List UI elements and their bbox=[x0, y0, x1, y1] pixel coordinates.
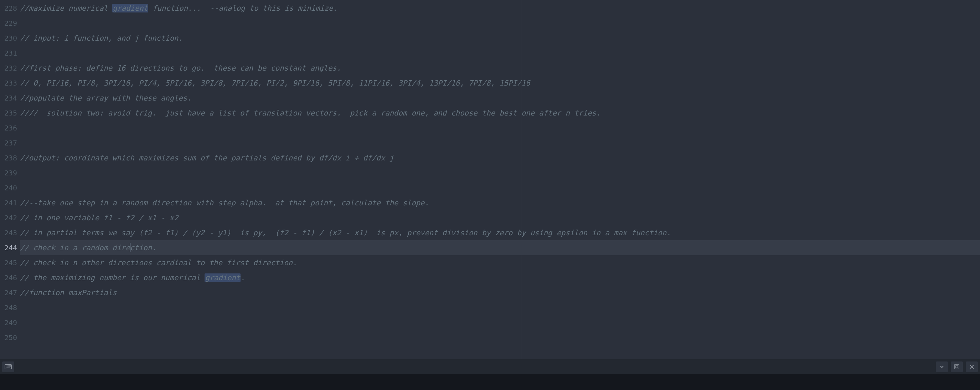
code-line[interactable] bbox=[20, 16, 980, 31]
line-number: 236 bbox=[0, 121, 17, 135]
code-line[interactable]: //function maxPartials bbox=[20, 285, 980, 300]
svg-rect-12 bbox=[955, 365, 959, 369]
line-number: 243 bbox=[0, 225, 17, 240]
keyboard-icon[interactable] bbox=[2, 361, 14, 372]
line-number: 237 bbox=[0, 135, 17, 150]
line-number: 239 bbox=[0, 166, 17, 180]
line-gutter: 2282292302312322332342352362372382392402… bbox=[0, 0, 17, 359]
line-number: 231 bbox=[0, 46, 17, 60]
code-line[interactable]: //populate the array with these angles. bbox=[20, 91, 980, 105]
line-number: 233 bbox=[0, 76, 17, 91]
code-line[interactable] bbox=[20, 46, 980, 60]
code-line[interactable] bbox=[20, 300, 980, 315]
code-line[interactable]: // the maximizing number is our numerica… bbox=[20, 270, 980, 285]
code-area[interactable]: //maximize numerical gradient function..… bbox=[20, 0, 980, 359]
code-line[interactable]: // input: i function, and j function. bbox=[20, 31, 980, 46]
terminal-output[interactable]: asset index.html 1.68 KiB [emitted] bbox=[0, 375, 980, 390]
line-number: 250 bbox=[0, 330, 17, 345]
code-line[interactable]: //first phase: define 16 directions to g… bbox=[20, 60, 980, 76]
line-number: 245 bbox=[0, 255, 17, 270]
code-line[interactable]: // in partial terms we say (f2 - f1) / (… bbox=[20, 225, 980, 240]
line-number: 232 bbox=[0, 60, 17, 76]
line-number: 249 bbox=[0, 315, 17, 330]
line-number: 244 bbox=[0, 240, 17, 255]
code-line[interactable] bbox=[20, 135, 980, 150]
line-number: 228 bbox=[0, 1, 17, 16]
line-number: 230 bbox=[0, 31, 17, 46]
code-line[interactable]: // check in n other directions cardinal … bbox=[20, 255, 980, 270]
line-number: 229 bbox=[0, 16, 17, 31]
line-number: 241 bbox=[0, 195, 17, 210]
line-number: 242 bbox=[0, 210, 17, 225]
code-line[interactable] bbox=[20, 180, 980, 195]
code-line[interactable]: //// solution two: avoid trig. just have… bbox=[20, 105, 980, 121]
close-icon[interactable] bbox=[966, 361, 978, 372]
panel-toolbar bbox=[0, 359, 980, 375]
line-number: 238 bbox=[0, 150, 17, 166]
chevron-down-icon[interactable] bbox=[936, 361, 948, 372]
maximize-icon[interactable] bbox=[951, 361, 963, 372]
svg-rect-13 bbox=[956, 366, 958, 368]
code-line[interactable] bbox=[20, 166, 980, 180]
line-number: 247 bbox=[0, 285, 17, 300]
line-number: 235 bbox=[0, 105, 17, 121]
text-cursor bbox=[130, 243, 130, 252]
line-number: 240 bbox=[0, 180, 17, 195]
code-line[interactable] bbox=[20, 330, 980, 345]
line-number: 246 bbox=[0, 270, 17, 285]
code-line[interactable]: //maximize numerical gradient function..… bbox=[20, 1, 980, 16]
code-line[interactable]: //--take one step in a random direction … bbox=[20, 195, 980, 210]
code-line[interactable] bbox=[20, 121, 980, 135]
code-editor[interactable]: 2282292302312322332342352362372382392402… bbox=[0, 0, 980, 359]
line-number: 234 bbox=[0, 91, 17, 105]
code-line[interactable]: // 0, PI/16, PI/8, 3PI/16, PI/4, 5PI/16,… bbox=[20, 76, 980, 91]
code-line[interactable]: // check in a random direction. bbox=[20, 240, 980, 255]
code-line[interactable]: // in one variable f1 - f2 / x1 - x2 bbox=[20, 210, 980, 225]
code-line[interactable]: //output: coordinate which maximizes sum… bbox=[20, 150, 980, 166]
code-line[interactable] bbox=[20, 315, 980, 330]
line-number: 248 bbox=[0, 300, 17, 315]
